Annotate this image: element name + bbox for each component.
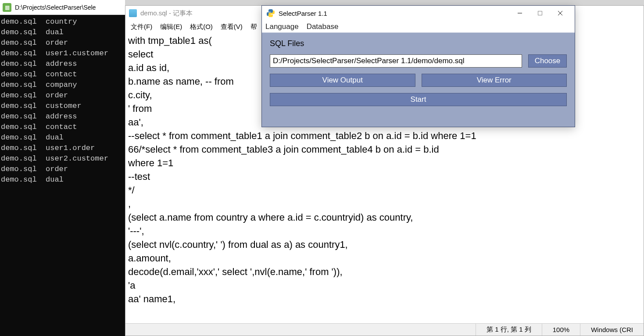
notepad-title: demo.sql - 记事本 [140,9,193,18]
menu-help[interactable]: 帮 [247,22,261,32]
start-button[interactable]: Start [270,93,567,106]
menu-edit[interactable]: 编辑(E) [157,22,186,32]
terminal-output[interactable]: demo.sql country demo.sql dual demo.sql … [0,15,125,187]
menu-view[interactable]: 查看(V) [217,22,246,32]
minimize-button[interactable] [510,7,530,20]
window-controls [510,7,570,20]
terminal-app-icon: ▦ [3,3,11,12]
close-button[interactable] [550,7,570,20]
terminal-titlebar[interactable]: ▦ D:\Projects\SelectParser\Sele [0,0,125,15]
sql-files-label: SQL Files [270,39,567,48]
menu-file[interactable]: 文件(F) [127,22,156,32]
menu-language[interactable]: Language [265,22,299,31]
status-encoding: Windows (CRI [580,324,644,336]
notepad-app-icon [129,9,137,17]
terminal-line: demo.sql contact [1,69,124,80]
terminal-line: demo.sql dual [1,132,124,143]
terminal-line: demo.sql order [1,90,124,101]
svg-rect-1 [538,11,542,15]
terminal-line: demo.sql address [1,111,124,122]
terminal-window: ▦ D:\Projects\SelectParser\Sele demo.sql… [0,0,125,336]
terminal-line: demo.sql dual [1,175,124,185]
sql-file-path-input[interactable] [270,54,522,68]
selectparser-window: SelectParser 1.1 Language Database SQL F… [261,5,575,127]
terminal-title: D:\Projects\SelectParser\Sele [15,4,96,11]
terminal-line: demo.sql country [1,17,124,27]
notepad-statusbar: 第 1 行, 第 1 列 100% Windows (CRI [125,323,644,336]
status-zoom: 100% [542,324,580,336]
terminal-line: demo.sql address [1,59,124,69]
choose-button[interactable]: Choose [528,54,567,68]
parser-titlebar[interactable]: SelectParser 1.1 [262,6,575,21]
view-output-button[interactable]: View Output [270,74,415,87]
terminal-line: demo.sql company [1,80,124,90]
terminal-line: demo.sql user1.customer [1,48,124,59]
terminal-line: demo.sql user1.order [1,143,124,154]
python-icon [266,9,275,18]
terminal-line: demo.sql order [1,38,124,48]
terminal-line: demo.sql order [1,164,124,175]
parser-body: SQL Files Choose View Output View Error … [262,33,575,113]
menu-database[interactable]: Database [307,22,339,31]
parser-title: SelectParser 1.1 [279,10,327,17]
view-error-button[interactable]: View Error [422,74,567,87]
parser-menubar: Language Database [262,21,575,33]
status-cursor-pos: 第 1 行, 第 1 列 [476,324,542,336]
maximize-button[interactable] [530,7,550,20]
terminal-line: demo.sql dual [1,27,124,38]
terminal-line: demo.sql customer [1,101,124,111]
terminal-line: demo.sql contact [1,122,124,132]
terminal-line: demo.sql user2.customer [1,154,124,164]
menu-format[interactable]: 格式(O) [186,22,216,32]
